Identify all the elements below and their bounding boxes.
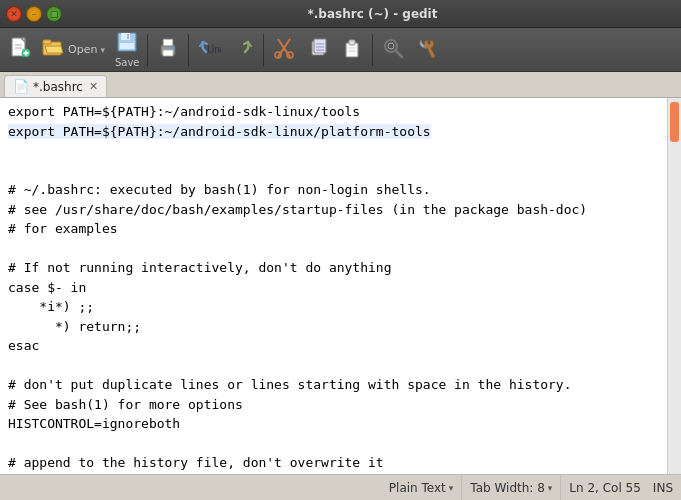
tab-bar: 📄 *.bashrc ✕ [0,72,681,98]
file-icon: 📄 [13,79,29,94]
svg-rect-8 [43,40,51,44]
open-button[interactable]: Open ▾ [38,31,109,69]
tabwidth-dropdown-arrow[interactable]: ▾ [548,483,553,493]
tools-button[interactable] [411,31,443,69]
svg-rect-16 [171,47,173,49]
tools-icon [416,37,438,63]
scrollbar-thumb[interactable] [670,102,679,142]
close-button[interactable]: ✕ [6,6,22,22]
title-bar: ✕ – ▢ *.bashrc (~) - gedit [0,0,681,28]
svg-text:Undo: Undo [207,44,221,55]
open-icon [42,36,66,63]
svg-rect-15 [163,50,173,56]
paste-button[interactable] [336,31,368,69]
print-button[interactable] [152,31,184,69]
save-icon [116,31,138,57]
svg-point-33 [388,43,394,49]
save-button[interactable]: Save [111,31,144,69]
status-bar: Plain Text ▾ Tab Width: 8 ▾ Ln 2, Col 55… [0,474,681,500]
find-button[interactable] [377,31,409,69]
svg-rect-11 [120,43,134,49]
language-label: Plain Text [389,481,446,495]
copy-icon [307,37,329,63]
undo-button[interactable]: Undo [193,31,225,69]
language-section[interactable]: Plain Text ▾ [381,475,462,500]
save-label: Save [115,57,140,68]
new-icon [9,37,31,63]
tab-filename: *.bashrc [33,80,83,94]
svg-rect-28 [349,40,355,45]
tab-close-button[interactable]: ✕ [89,80,98,93]
toolbar: Open ▾ Save [0,28,681,72]
print-icon [157,37,179,63]
new-button[interactable] [4,31,36,69]
position-section: Ln 2, Col 55 INS [569,481,673,495]
open-dropdown-arrow[interactable]: ▾ [100,45,105,55]
window-controls[interactable]: ✕ – ▢ [6,6,62,22]
cut-button[interactable] [268,31,300,69]
cursor-position: Ln 2, Col 55 [569,481,641,495]
separator-2 [188,34,189,66]
file-tab[interactable]: 📄 *.bashrc ✕ [4,75,107,97]
svg-rect-14 [163,39,173,46]
separator-3 [263,34,264,66]
paste-icon [341,37,363,63]
language-dropdown-arrow[interactable]: ▾ [449,483,454,493]
minimize-button[interactable]: – [26,6,42,22]
tabwidth-section[interactable]: Tab Width: 8 ▾ [462,475,561,500]
svg-line-32 [396,51,402,57]
redo-icon [232,37,254,63]
separator-4 [372,34,373,66]
cut-icon [273,37,295,63]
separator-1 [147,34,148,66]
svg-rect-12 [127,34,129,39]
window-title: *.bashrc (~) - gedit [70,7,675,21]
ins-badge: INS [653,481,673,495]
copy-button[interactable] [302,31,334,69]
maximize-button[interactable]: ▢ [46,6,62,22]
find-icon [382,37,404,63]
tabwidth-label: Tab Width: 8 [470,481,544,495]
svg-rect-23 [314,39,326,53]
undo-icon: Undo [197,37,221,63]
vertical-scrollbar[interactable] [667,98,681,474]
editor-area: export PATH=${PATH}:~/android-sdk-linux/… [0,98,681,474]
open-label: Open [68,43,97,56]
editor-content[interactable]: export PATH=${PATH}:~/android-sdk-linux/… [0,98,667,474]
redo-button[interactable] [227,31,259,69]
